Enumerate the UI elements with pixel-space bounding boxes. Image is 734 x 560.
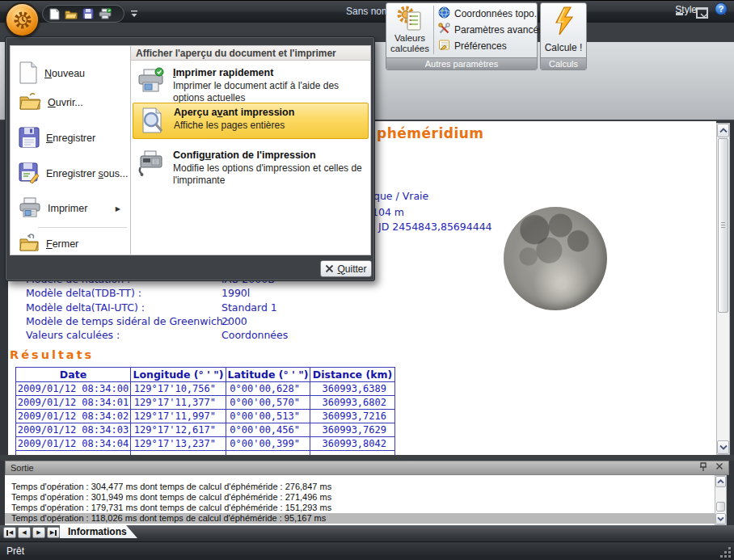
log-line[interactable]: Temps d'opération : 179,731 ms dont temp… bbox=[5, 503, 715, 513]
results-table: Date Longitude (° ' ") Latitude (° ' ") … bbox=[15, 367, 395, 457]
output-scrollbar[interactable] bbox=[715, 475, 727, 525]
print-preview-icon bbox=[138, 107, 167, 138]
menu-item-ouvrir[interactable]: Ouvrir... bbox=[14, 86, 127, 119]
globe-icon bbox=[438, 6, 450, 21]
status-text: Prêt bbox=[6, 545, 24, 557]
col-longitude: Longitude (° ' ") bbox=[131, 368, 226, 382]
panel-separator bbox=[0, 455, 734, 461]
resize-grip[interactable] bbox=[719, 546, 731, 558]
info-fragment-3: JD 2454843,85694444 bbox=[378, 221, 492, 233]
table-row: 2009/01/12 08:34:03129°17'12,617"0°00'00… bbox=[16, 423, 395, 437]
print-submenu-header: Afficher l'aperçu du document et l'impri… bbox=[131, 46, 370, 61]
application-window: Sans nom - Ephemeridium X Style ? Valeur… bbox=[0, 0, 734, 560]
document-scrollbar[interactable] bbox=[716, 123, 730, 455]
style-chevron-icon[interactable] bbox=[700, 7, 708, 22]
parametres-avances-button[interactable]: Paramètres avancés bbox=[438, 22, 537, 38]
parametres-avances-label: Paramètres avancés bbox=[454, 24, 543, 36]
log-line[interactable]: Temps d'opération : 301,949 ms dont temp… bbox=[5, 492, 715, 503]
ribbon-group-autres-parametres: Valeurs calculées Coordonnées topo. Para… bbox=[386, 2, 538, 70]
menu-item-imprimer-rapidement[interactable]: Imprimer rapidement Imprimer le document… bbox=[133, 64, 369, 104]
output-scrollbar-thumb[interactable] bbox=[716, 502, 725, 512]
save-icon bbox=[19, 127, 40, 150]
menu-item-enregistrer-sous[interactable]: Enregistrer sous... bbox=[14, 158, 127, 190]
calculated-values-icon bbox=[396, 6, 424, 33]
menu-item-nouveau[interactable]: Nouveau bbox=[14, 57, 127, 90]
log-line[interactable]: Temps d'opération : 118,026 ms dont temp… bbox=[5, 513, 715, 524]
prev-tab-button[interactable]: ◀ bbox=[18, 527, 31, 538]
group-caption-autres-parametres: Autres paramètres bbox=[386, 57, 537, 69]
menu-item-configuration-impression[interactable]: Configuration de l'impression Modifie le… bbox=[133, 146, 369, 193]
tab-informations[interactable]: Informations bbox=[60, 525, 137, 538]
output-panel-header[interactable]: Sortie bbox=[5, 461, 729, 475]
output-scroll-up[interactable] bbox=[715, 476, 726, 487]
preferences-button[interactable]: Préférences bbox=[438, 38, 537, 54]
save-as-icon bbox=[19, 162, 40, 186]
save-icon[interactable] bbox=[82, 8, 94, 19]
toolbar-options-chevron-icon[interactable] bbox=[129, 7, 141, 19]
quick-print-icon bbox=[137, 67, 167, 104]
coordonnees-topo-label: Coordonnées topo. bbox=[454, 8, 537, 19]
table-row: 2009/01/12 08:34:00129°17'10,756"0°00'00… bbox=[16, 382, 395, 396]
scroll-up-button[interactable] bbox=[717, 124, 729, 137]
calcule-button[interactable]: Calcule ! bbox=[542, 6, 584, 54]
first-tab-button[interactable]: ◀ bbox=[3, 527, 16, 538]
status-bar: Prêt bbox=[0, 541, 734, 560]
col-latitude: Latitude (° ' ") bbox=[226, 368, 310, 382]
help-button[interactable]: ? bbox=[715, 2, 728, 15]
close-folder-icon bbox=[19, 234, 40, 255]
menu-item-imprimer[interactable]: Imprimer ▶ bbox=[14, 192, 127, 225]
office-button[interactable] bbox=[5, 2, 40, 37]
calcule-label: Calcule ! bbox=[545, 43, 583, 54]
bottom-tab-strip: ◀ ◀ ▶ ▶ Informations bbox=[0, 525, 734, 541]
quick-access-toolbar bbox=[42, 5, 124, 23]
ribbon-group-calculs: Calcule ! Calculs bbox=[540, 2, 587, 70]
table-row: 2009/01/12 08:34:04129°17'13,237"0°00'00… bbox=[16, 437, 395, 451]
close-panel-icon[interactable] bbox=[715, 462, 723, 474]
scroll-down-button[interactable] bbox=[717, 440, 729, 454]
valeurs-calculees-label: Valeurs calculées bbox=[389, 33, 431, 54]
quick-print-icon[interactable] bbox=[99, 8, 112, 20]
scrollbar-thumb[interactable] bbox=[718, 138, 728, 313]
print-setup-icon bbox=[137, 149, 167, 193]
menu-separator bbox=[38, 227, 127, 228]
menu-item-fermer[interactable]: Fermer bbox=[14, 230, 127, 258]
info-fragment-1: que / Vraie bbox=[373, 190, 428, 202]
table-row: 2009/01/12 08:34:01129°17'11,377"0°00'00… bbox=[16, 396, 395, 410]
last-tab-button[interactable]: ▶ bbox=[47, 527, 60, 538]
coordonnees-topo-button[interactable]: Coordonnées topo. bbox=[438, 6, 537, 22]
group-caption-calculs: Calculs bbox=[541, 57, 586, 69]
lightning-icon bbox=[553, 6, 574, 38]
submenu-arrow-icon: ▶ bbox=[116, 205, 120, 213]
quit-button[interactable]: Quitter bbox=[320, 260, 372, 277]
results-table-body: 2009/01/12 08:34:00129°17'10,756"0°00'00… bbox=[16, 382, 395, 458]
open-folder-icon[interactable] bbox=[65, 9, 78, 19]
gear-logo-icon bbox=[12, 10, 33, 31]
menu-item-enregistrer[interactable]: Enregistrer bbox=[14, 122, 127, 154]
valeurs-calculees-button[interactable]: Valeurs calculées bbox=[389, 6, 431, 54]
tab-nav-buttons: ◀ ◀ ▶ ▶ bbox=[3, 527, 60, 538]
menu-item-apercu-avant-impression[interactable]: Aperçu avant impression Affiche les page… bbox=[133, 103, 369, 139]
results-heading: Résultats bbox=[10, 348, 94, 361]
table-header-row: Date Longitude (° ' ") Latitude (° ' ") … bbox=[16, 368, 395, 382]
output-panel-title: Sortie bbox=[11, 463, 34, 473]
office-menu-right: Afficher l'aperçu du document et l'impri… bbox=[131, 45, 371, 255]
style-menu[interactable]: Style bbox=[675, 4, 697, 15]
pin-icon[interactable] bbox=[699, 462, 707, 474]
next-tab-button[interactable]: ▶ bbox=[32, 527, 45, 538]
output-scroll-down[interactable] bbox=[715, 513, 726, 524]
new-document-icon[interactable] bbox=[49, 8, 60, 20]
log-line[interactable]: Temps d'opération : 304,477 ms dont temp… bbox=[5, 482, 715, 492]
table-row: 2009/01/12 08:34:02129°17'11,997"0°00'00… bbox=[16, 410, 395, 423]
office-menu-popup: Nouveau Ouvrir... Enregistrer Enregistre… bbox=[5, 36, 375, 281]
open-folder-icon bbox=[19, 92, 41, 114]
preferences-label: Préférences bbox=[454, 40, 507, 52]
document-heading-fragment: phéméridium bbox=[377, 125, 484, 141]
print-icon bbox=[19, 197, 41, 221]
output-log[interactable]: Temps d'opération : 304,477 ms dont temp… bbox=[5, 475, 715, 525]
tools-icon bbox=[438, 23, 450, 37]
moon-image bbox=[504, 207, 607, 310]
office-menu-left: Nouveau Ouvrir... Enregistrer Enregistre… bbox=[10, 45, 131, 255]
col-distance: Distance (km) bbox=[310, 368, 395, 382]
notepad-icon bbox=[438, 39, 450, 53]
small-buttons-column: Coordonnées topo. Paramètres avancés Pré… bbox=[433, 6, 537, 54]
